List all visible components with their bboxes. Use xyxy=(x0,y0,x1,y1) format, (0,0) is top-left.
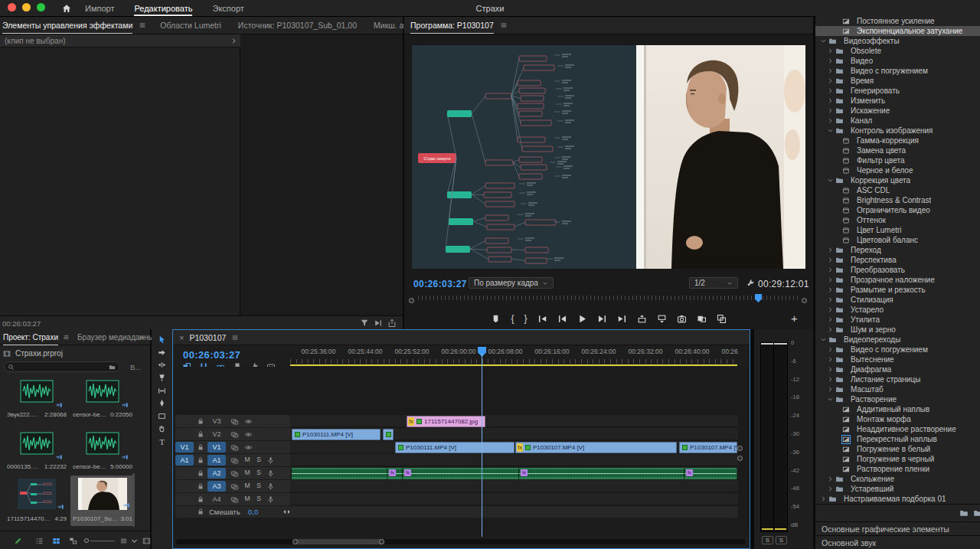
track-name-A4[interactable]: A4 xyxy=(207,494,226,505)
lock-icon[interactable] xyxy=(197,430,204,438)
effects-tree-item[interactable]: Экспоненциальное затухание xyxy=(815,26,980,36)
chevron-right-icon[interactable] xyxy=(827,366,834,373)
sync-lock-icon[interactable] xyxy=(230,469,239,478)
menu-item-Экспорт[interactable]: Экспорт xyxy=(212,4,243,13)
mic-icon[interactable] xyxy=(266,495,275,504)
lock-icon[interactable] xyxy=(197,417,204,425)
effects-tree-item[interactable]: Утилита xyxy=(815,315,980,325)
project-search-input[interactable] xyxy=(4,361,120,372)
mark-in-button[interactable]: { xyxy=(511,314,514,323)
eye-icon[interactable] xyxy=(244,417,253,426)
sync-lock-icon[interactable] xyxy=(230,495,239,504)
chevron-right-icon[interactable] xyxy=(827,286,834,293)
multicam-button[interactable] xyxy=(717,314,727,324)
compare-button[interactable] xyxy=(697,314,707,324)
effects-tree-item[interactable]: Оттенок xyxy=(815,215,980,225)
lock-icon[interactable] xyxy=(197,443,204,451)
effects-tree-item[interactable]: Постоянное усиление xyxy=(815,16,980,26)
minimize-window-button[interactable] xyxy=(22,3,31,11)
lock-icon[interactable] xyxy=(197,495,204,503)
effects-tree-item[interactable]: Устаревший xyxy=(815,484,980,494)
solo-right-button[interactable]: S xyxy=(776,536,787,544)
track-name-V2[interactable]: V2 xyxy=(207,429,226,440)
timeline-clip[interactable]: P1030107.MP4 [V] xyxy=(679,442,737,453)
new-item-icon[interactable] xyxy=(973,508,980,518)
effects-tree-item[interactable]: ASC CDL xyxy=(815,185,980,195)
selection-tool[interactable] xyxy=(158,335,166,345)
track-select-forward-tool[interactable] xyxy=(158,348,166,358)
effects-tree-item[interactable]: Настраиваемая подборка 01 xyxy=(815,494,980,504)
effects-tree-item[interactable]: Скольжение xyxy=(815,474,980,484)
track-lane-A3[interactable] xyxy=(290,480,738,492)
timeline-ruler[interactable]: 00:25:36:0000:25:44:0000:25:52:0000:26:0… xyxy=(290,346,738,367)
effects-tree-item[interactable]: Цвет Lumetri xyxy=(815,225,980,235)
effects-tree-item[interactable]: Растворение xyxy=(815,394,980,404)
project-tab-1[interactable]: Браузер медиаданных xyxy=(77,333,158,341)
effects-tree-item[interactable]: Видео xyxy=(815,56,980,66)
program-playhead[interactable] xyxy=(755,294,762,302)
chevron-down-icon[interactable] xyxy=(827,127,834,134)
project-tab-0[interactable]: Проект: Страхи xyxy=(3,333,58,341)
eye-icon[interactable] xyxy=(244,430,253,439)
chevron-right-icon[interactable] xyxy=(827,485,834,492)
mute-button[interactable]: M xyxy=(243,454,252,465)
essential-sound-bar[interactable]: Основной звук xyxy=(815,535,980,549)
sync-lock-icon[interactable] xyxy=(230,456,239,465)
chevron-right-icon[interactable] xyxy=(827,356,834,363)
mic-icon[interactable] xyxy=(266,469,275,478)
chevron-down-icon[interactable] xyxy=(827,177,834,184)
expand-icon[interactable] xyxy=(230,38,237,44)
step-back-button[interactable] xyxy=(557,314,567,324)
effects-tree-item[interactable]: Фильтр цвета xyxy=(815,155,980,165)
chevron-right-icon[interactable] xyxy=(827,77,834,84)
chevron-down-icon[interactable] xyxy=(827,396,834,403)
track-scroll-dot-2[interactable] xyxy=(737,456,743,461)
chevron-right-icon[interactable] xyxy=(827,67,834,74)
close-window-button[interactable] xyxy=(8,3,16,11)
solo-button[interactable]: S xyxy=(254,454,263,465)
play-button[interactable] xyxy=(577,314,587,324)
zoom-window-button[interactable] xyxy=(37,3,45,11)
list-view-button[interactable] xyxy=(35,536,44,545)
play-only-icon[interactable] xyxy=(374,319,383,328)
mic-icon[interactable] xyxy=(266,456,275,465)
effects-tree-item[interactable]: Видео с погружением xyxy=(815,345,980,355)
chevron-right-icon[interactable] xyxy=(827,346,834,353)
step-forward-button[interactable] xyxy=(597,314,607,324)
track-name-V3[interactable]: V3 xyxy=(207,416,226,426)
effects-tree-item[interactable]: Коррекция цвета xyxy=(815,175,980,185)
effects-tree-item[interactable]: Канал xyxy=(815,116,980,126)
effects-tree-item[interactable]: Замена цвета xyxy=(815,145,980,155)
icon-view-button[interactable] xyxy=(52,536,60,545)
timeline-playhead-line[interactable] xyxy=(482,353,482,537)
source-assign-A1[interactable]: A1 xyxy=(175,455,194,466)
export-icon[interactable] xyxy=(387,319,397,328)
effects-tree-item[interactable]: Перспектива xyxy=(815,255,980,265)
rectangle-tool[interactable] xyxy=(158,412,166,422)
effects-tree-item[interactable]: Генерировать xyxy=(815,86,980,96)
lock-icon[interactable] xyxy=(197,456,204,464)
project-filter-label[interactable]: В... xyxy=(130,364,141,371)
sync-lock-icon[interactable] xyxy=(230,417,239,426)
effects-tree-item[interactable]: Прозрачное наложение xyxy=(815,275,980,285)
project-media-item[interactable]: 1711571447082.jpg4:29 xyxy=(5,475,69,526)
effects-tree-item[interactable]: Видеопереходы xyxy=(815,335,980,345)
audio-clip-segment[interactable]: fx xyxy=(684,468,737,479)
zoom-slider-knob[interactable] xyxy=(84,538,89,543)
lock-icon[interactable] xyxy=(197,469,204,477)
track-scroll-dot-1[interactable] xyxy=(737,446,743,451)
extract-button[interactable] xyxy=(657,314,667,324)
program-video[interactable]: Страх смерти xyxy=(412,45,805,269)
chevron-right-icon[interactable] xyxy=(827,97,834,104)
chevron-right-icon[interactable] xyxy=(827,276,834,283)
audio-clip-segment[interactable] xyxy=(292,468,387,479)
chevron-right-icon[interactable] xyxy=(827,247,834,253)
go-to-in-button[interactable] xyxy=(537,314,547,324)
chevron-right-icon[interactable] xyxy=(827,107,834,114)
track-lane-V3[interactable] xyxy=(290,415,738,427)
close-tab-icon[interactable]: × xyxy=(179,333,184,342)
effects-tree-item[interactable]: Черное и белое xyxy=(815,165,980,175)
effects-tree-item[interactable]: Видеоэффекты xyxy=(815,36,980,46)
project-media-item[interactable]: censor-beep-9...5:00000 xyxy=(70,427,135,474)
program-timecode[interactable]: 00:26:03:27 xyxy=(413,279,467,289)
